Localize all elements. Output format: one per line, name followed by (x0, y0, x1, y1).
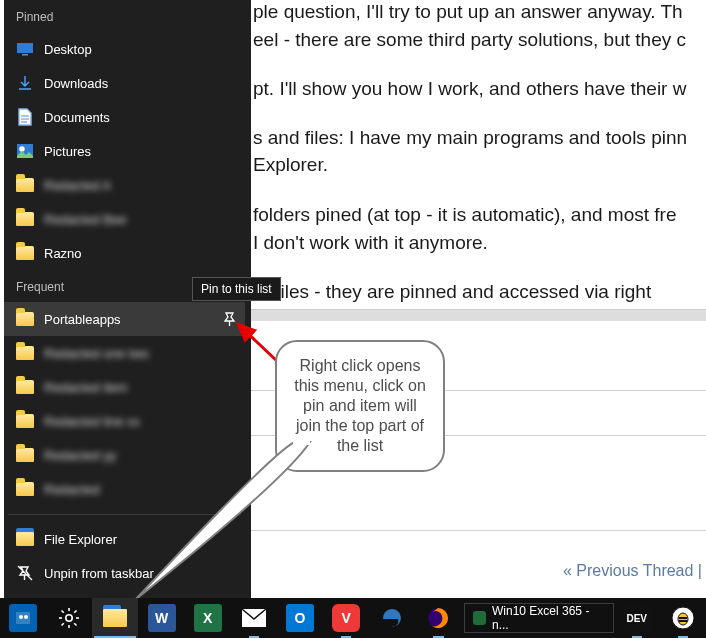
svg-line-14 (74, 623, 76, 625)
folder-icon (16, 312, 34, 326)
svg-point-8 (66, 615, 72, 621)
annotation-callout: Right click opens this menu, click on pi… (275, 340, 445, 472)
folder-icon (16, 246, 34, 260)
pictures-icon (16, 142, 34, 160)
pinned-item-redacted[interactable]: Redacted A (4, 168, 245, 202)
pin-to-list-button[interactable] (215, 302, 245, 336)
taskbar-mail[interactable] (231, 598, 277, 638)
window-title: Win10 Excel 365 - n... (492, 604, 605, 632)
pinned-item-pictures[interactable]: Pictures (4, 134, 245, 168)
pinned-item-downloads[interactable]: Downloads (4, 66, 245, 100)
item-label: File Explorer (44, 532, 117, 547)
taskbar-firefox[interactable] (415, 598, 461, 638)
item-label: Pictures (44, 144, 91, 159)
svg-line-16 (74, 611, 76, 613)
item-label: Redacted one two (44, 346, 149, 361)
item-label: Redacted (44, 482, 100, 497)
pinned-item-redacted[interactable]: Redacted Bee (4, 202, 245, 236)
taskbar-word[interactable]: W (138, 598, 184, 638)
item-label: Unpin from taskbar (44, 566, 154, 581)
frequent-item-portableapps[interactable]: Portableapps (4, 302, 245, 336)
folder-icon (16, 448, 34, 462)
frequent-item-redacted[interactable]: Redacted (4, 472, 245, 506)
bg-divider (241, 530, 706, 531)
taskbar-dev[interactable]: DEV (614, 598, 660, 638)
bg-text: eel - there are some third party solutio… (253, 26, 686, 54)
file-explorer-icon (16, 532, 34, 546)
document-icon (16, 108, 34, 126)
excel-mini-icon (473, 611, 486, 625)
pin-tooltip: Pin to this list (192, 277, 281, 301)
pinned-item-razno[interactable]: Razno (4, 236, 245, 270)
section-label-frequent: Frequent (16, 280, 64, 294)
folder-icon (16, 178, 34, 192)
item-label: Portableapps (44, 312, 121, 327)
folder-icon (16, 346, 34, 360)
folder-icon (16, 414, 34, 428)
bg-text: s and files: I have my main programs and… (253, 124, 687, 152)
pinned-item-documents[interactable]: Documents (4, 100, 245, 134)
callout-text: Right click opens this menu, click on pi… (294, 357, 426, 454)
frequent-item-redacted[interactable]: Redacted yy (4, 438, 245, 472)
folder-icon (16, 380, 34, 394)
jumplist-separator (8, 514, 241, 515)
taskbar-excel[interactable]: X (185, 598, 231, 638)
open-file-explorer[interactable]: File Explorer (4, 522, 245, 556)
taskbar-vivaldi[interactable]: V (323, 598, 369, 638)
item-label: Redacted line xx (44, 414, 140, 429)
item-label: Redacted yy (44, 448, 116, 463)
svg-rect-1 (22, 54, 28, 56)
item-label: Downloads (44, 76, 108, 91)
svg-point-6 (19, 615, 23, 619)
bg-text: Explorer. (253, 151, 328, 179)
frequent-item-redacted[interactable]: Redacted one two (4, 336, 245, 370)
taskbar-bee-app[interactable] (660, 598, 706, 638)
taskbar-people-icon[interactable] (0, 598, 46, 638)
bg-text: rd files - they are pinned and accessed … (253, 278, 651, 306)
svg-line-15 (62, 623, 64, 625)
item-label: Redacted A (44, 178, 111, 193)
frequent-item-redacted[interactable]: Redacted line xx (4, 404, 245, 438)
bg-text: pt. I'll show you how I work, and others… (253, 75, 686, 103)
taskbar-settings-icon[interactable] (46, 598, 92, 638)
item-label: Documents (44, 110, 110, 125)
svg-rect-5 (16, 612, 30, 624)
frequent-item-redacted[interactable]: Redacted item (4, 370, 245, 404)
item-label: Razno (44, 246, 82, 261)
taskbar-file-explorer[interactable] (92, 598, 138, 638)
folder-icon (16, 482, 34, 496)
file-explorer-icon (103, 609, 127, 627)
taskbar-edge[interactable] (369, 598, 415, 638)
unpin-icon (16, 564, 34, 582)
svg-rect-0 (17, 43, 33, 53)
bg-text: I don't work with it anymore. (253, 229, 488, 257)
svg-point-7 (24, 615, 28, 619)
item-label: Redacted item (44, 380, 128, 395)
section-label-pinned: Pinned (16, 10, 53, 24)
item-label: Desktop (44, 42, 92, 57)
desktop-icon (16, 40, 34, 58)
taskbar-window-excel[interactable]: Win10 Excel 365 - n... (464, 603, 614, 633)
previous-thread-link[interactable]: « Previous Thread | (563, 562, 702, 580)
taskbar: W X O V Win10 Excel 365 - n... DEV (0, 598, 706, 638)
pinned-item-desktop[interactable]: Desktop (4, 32, 245, 66)
unpin-from-taskbar[interactable]: Unpin from taskbar (4, 556, 245, 590)
bg-text: folders pined (at top - it is automatic)… (253, 201, 676, 229)
folder-icon (16, 212, 34, 226)
item-label: Redacted Bee (44, 212, 126, 227)
svg-line-13 (62, 611, 64, 613)
bg-text: ple question, I'll try to put up an answ… (253, 0, 683, 26)
download-icon (16, 74, 34, 92)
forum-separator (241, 309, 706, 321)
svg-point-3 (20, 147, 24, 151)
taskbar-outlook[interactable]: O (277, 598, 323, 638)
